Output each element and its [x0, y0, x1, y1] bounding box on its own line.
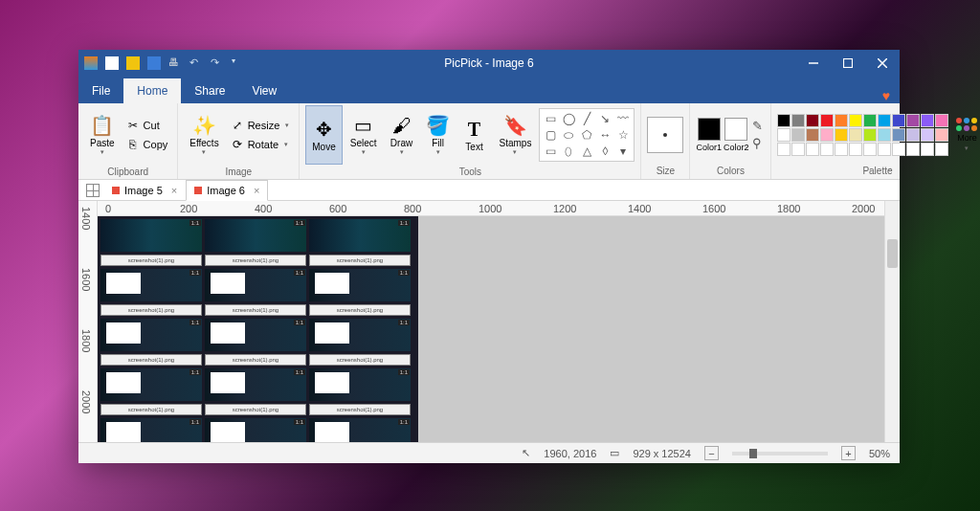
tab-share[interactable]: Share: [181, 78, 238, 103]
palette-swatch[interactable]: [820, 128, 834, 142]
shapes-gallery[interactable]: ▭◯╱↘〰 ▢⬭⬠↔☆ ▭⬯△◊▾: [539, 108, 635, 162]
maximize-button[interactable]: [831, 50, 865, 77]
palette-swatch[interactable]: [835, 128, 848, 142]
shape-tri-icon[interactable]: △: [578, 144, 595, 159]
rotate-button[interactable]: ⟳Rotate▾: [227, 136, 294, 154]
text-tool[interactable]: TText: [457, 105, 492, 165]
resize-button[interactable]: ⤢Resize▾: [227, 117, 294, 135]
palette-swatch[interactable]: [777, 114, 791, 127]
doc-tab[interactable]: Image 6×: [186, 180, 268, 201]
close-button[interactable]: [865, 50, 900, 77]
select-tool[interactable]: ▭Select▾: [345, 105, 383, 165]
palette-swatch[interactable]: [935, 114, 948, 127]
shape-oval-icon[interactable]: ⬯: [560, 144, 577, 159]
palette-swatch[interactable]: [791, 143, 805, 156]
palette-swatch[interactable]: [906, 143, 920, 156]
palette-swatch[interactable]: [878, 114, 891, 127]
palette-swatch[interactable]: [892, 128, 905, 142]
palette-swatch[interactable]: [806, 114, 819, 127]
doc-tab[interactable]: Image 5×: [103, 180, 186, 201]
print-icon[interactable]: 🖶: [168, 56, 182, 70]
effects-button[interactable]: ✨ Effects ▾: [184, 105, 224, 165]
palette-swatch[interactable]: [849, 128, 862, 142]
shape-poly-icon[interactable]: ⬠: [578, 127, 595, 143]
palette-swatch[interactable]: [791, 128, 805, 142]
ribbon: 📋 Paste ▾ ✂Cut ⎘Copy Clipboard ✨ Effects…: [78, 103, 900, 180]
palette-swatch[interactable]: [777, 143, 791, 156]
save-icon[interactable]: [147, 56, 161, 70]
undo-icon[interactable]: ↶: [189, 56, 203, 70]
shape-curve-icon[interactable]: 〰: [614, 111, 632, 126]
palette-swatch[interactable]: [921, 143, 934, 156]
shape-arrow-icon[interactable]: ↘: [596, 111, 613, 126]
palette-swatch[interactable]: [849, 143, 862, 156]
shape-roundrect-icon[interactable]: ▢: [542, 127, 559, 143]
palette-swatch[interactable]: [835, 114, 848, 127]
shape-ellipse-icon[interactable]: ⬭: [560, 127, 577, 143]
palette-swatch[interactable]: [863, 128, 877, 142]
tab-view[interactable]: View: [238, 78, 290, 103]
zoom-slider[interactable]: [732, 452, 828, 455]
tab-file[interactable]: File: [78, 78, 123, 103]
vertical-scrollbar[interactable]: [884, 201, 900, 442]
shape-line-icon[interactable]: ╱: [578, 111, 595, 126]
palette-swatch[interactable]: [849, 114, 862, 127]
palette-swatch[interactable]: [777, 128, 791, 142]
palette-swatch[interactable]: [863, 143, 877, 156]
palette-swatch[interactable]: [835, 143, 848, 156]
palette-swatch[interactable]: [806, 143, 819, 156]
heart-icon[interactable]: ♥: [873, 88, 900, 103]
canvas-area[interactable]: 1:11:11:1screenshot(1).pngscreenshot(1).…: [98, 216, 884, 442]
zoom-out-button[interactable]: −: [704, 446, 719, 460]
stamps-tool[interactable]: 🔖Stamps▾: [494, 105, 538, 165]
eyedropper-icon[interactable]: ⚲: [752, 136, 763, 150]
draw-tool[interactable]: 🖌Draw▾: [385, 105, 419, 165]
color-palette[interactable]: [777, 114, 948, 156]
palette-swatch[interactable]: [921, 114, 934, 127]
qat-dropdown-icon[interactable]: ▾: [232, 56, 245, 70]
palette-swatch[interactable]: [820, 114, 834, 127]
tab-close-icon[interactable]: ×: [254, 185, 259, 196]
palette-swatch[interactable]: [935, 143, 948, 156]
palette-swatch[interactable]: [892, 114, 905, 127]
redo-icon[interactable]: ↷: [211, 56, 224, 70]
palette-swatch[interactable]: [878, 128, 891, 142]
shape-darrow-icon[interactable]: ↔: [596, 127, 613, 143]
cut-button[interactable]: ✂Cut: [122, 117, 172, 135]
palette-swatch[interactable]: [892, 143, 905, 156]
shape-circle-icon[interactable]: ◯: [560, 111, 577, 126]
size-preview[interactable]: [647, 117, 683, 153]
shape-callout-icon[interactable]: ◊: [596, 144, 613, 159]
zoom-in-button[interactable]: +: [841, 446, 856, 460]
copy-button[interactable]: ⎘Copy: [122, 136, 172, 154]
tab-home[interactable]: Home: [123, 78, 181, 103]
tab-close-icon[interactable]: ×: [171, 185, 177, 196]
palette-swatch[interactable]: [935, 128, 948, 142]
palette-swatch[interactable]: [921, 128, 934, 142]
color1-button[interactable]: Color1: [696, 118, 722, 152]
move-tool[interactable]: ✥Move: [305, 105, 342, 165]
shape-rect2-icon[interactable]: ▭: [542, 144, 559, 159]
palette-swatch[interactable]: [820, 143, 834, 156]
palette-swatch[interactable]: [906, 114, 920, 127]
palette-swatch[interactable]: [806, 128, 819, 142]
tab-grid-icon[interactable]: [86, 184, 100, 197]
pencil-icon[interactable]: ✎: [752, 119, 763, 133]
canvas[interactable]: 1:11:11:1screenshot(1).pngscreenshot(1).…: [98, 216, 418, 442]
paste-button[interactable]: 📋 Paste ▾: [84, 105, 121, 165]
palette-swatch[interactable]: [791, 114, 805, 127]
group-tools: ✥Move ▭Select▾ 🖌Draw▾ 🪣Fill▾ TText 🔖Stam…: [300, 103, 641, 179]
shape-star-icon[interactable]: ☆: [614, 127, 632, 143]
fill-tool[interactable]: 🪣Fill▾: [421, 105, 456, 165]
palette-swatch[interactable]: [906, 128, 920, 142]
shape-more-icon[interactable]: ▾: [614, 144, 632, 159]
more-colors-button[interactable]: More ▾: [956, 118, 977, 152]
new-icon[interactable]: [105, 56, 119, 70]
open-icon[interactable]: [126, 56, 140, 70]
collapse-ribbon-icon[interactable]: ⌃: [886, 167, 894, 177]
color2-button[interactable]: Color2: [724, 118, 749, 152]
palette-swatch[interactable]: [878, 143, 891, 156]
palette-swatch[interactable]: [863, 114, 877, 127]
shape-rect-icon[interactable]: ▭: [542, 111, 559, 126]
minimize-button[interactable]: [796, 50, 831, 77]
